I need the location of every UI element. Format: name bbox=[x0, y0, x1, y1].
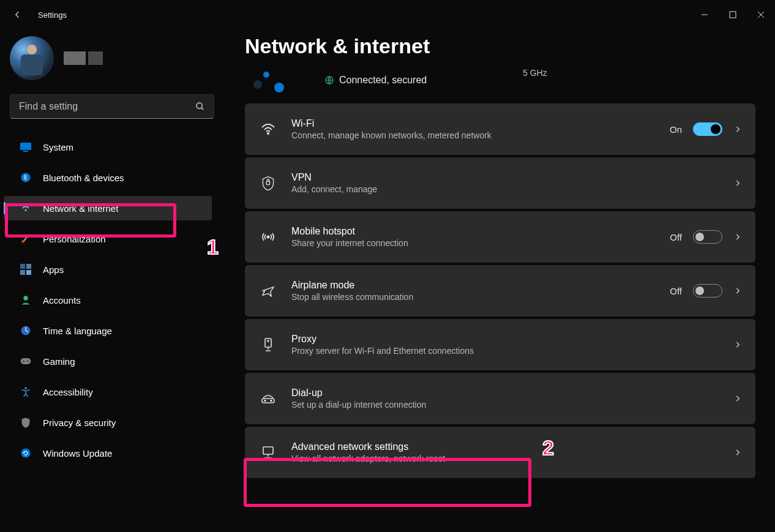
profile-name-redacted bbox=[64, 51, 103, 65]
svg-point-20 bbox=[24, 387, 27, 389]
sidebar-item-accessibility[interactable]: Accessibility bbox=[0, 380, 220, 404]
sidebar-item-privacy[interactable]: Privacy & security bbox=[0, 410, 220, 435]
maximize-button[interactable] bbox=[719, 3, 747, 26]
svg-rect-17 bbox=[21, 358, 31, 364]
sidebar-item-label: Personalization bbox=[43, 234, 106, 244]
card-dialup[interactable]: Dial-up Set up a dial-up internet connec… bbox=[245, 373, 755, 424]
search-box[interactable] bbox=[10, 94, 214, 119]
card-advanced-network[interactable]: Advanced network settings View all netwo… bbox=[245, 427, 755, 478]
toggle-state-label: Off bbox=[670, 232, 682, 242]
annotation-label-2: 2 bbox=[542, 436, 554, 460]
network-graphic bbox=[245, 68, 288, 92]
card-subtitle: View all network adapters, network reset bbox=[291, 454, 733, 463]
svg-rect-11 bbox=[20, 264, 25, 269]
sidebar-item-gaming[interactable]: Gaming bbox=[0, 349, 220, 373]
close-button[interactable] bbox=[747, 3, 775, 26]
search-wrap bbox=[0, 87, 220, 124]
status-line: 5 GHz bbox=[523, 68, 547, 78]
titlebar-left: Settings bbox=[5, 2, 67, 27]
chevron-right-icon bbox=[733, 287, 742, 295]
search-icon bbox=[195, 102, 205, 111]
sidebar-item-label: Gaming bbox=[43, 356, 75, 367]
annotation-label-1: 1 bbox=[207, 235, 219, 259]
wifi-toggle[interactable] bbox=[693, 122, 722, 136]
card-airplane[interactable]: Airplane mode Stop all wireless communic… bbox=[245, 265, 755, 317]
card-subtitle: Share your internet connection bbox=[291, 238, 670, 248]
svg-point-30 bbox=[271, 400, 272, 402]
redact-block bbox=[64, 51, 86, 65]
maximize-icon bbox=[729, 11, 736, 18]
page-title: Network & internet bbox=[245, 29, 775, 66]
minimize-icon bbox=[701, 11, 708, 18]
svg-point-8 bbox=[21, 173, 31, 182]
person-icon bbox=[20, 294, 31, 305]
card-subtitle: Proxy server for Wi-Fi and Ethernet conn… bbox=[291, 346, 733, 356]
svg-point-21 bbox=[21, 449, 31, 458]
card-title: Proxy bbox=[291, 334, 733, 345]
sidebar-item-label: Accessibility bbox=[43, 387, 93, 397]
toggle-state-label: Off bbox=[670, 286, 682, 296]
svg-rect-24 bbox=[266, 181, 269, 184]
card-hotspot[interactable]: Mobile hotspot Share your internet conne… bbox=[245, 211, 755, 263]
avatar bbox=[10, 36, 54, 80]
bluetooth-icon bbox=[20, 172, 31, 183]
card-wifi[interactable]: Wi-Fi Connect, manage known networks, me… bbox=[245, 103, 755, 155]
hotspot-toggle[interactable] bbox=[693, 230, 722, 244]
sidebar-item-label: Time & language bbox=[43, 326, 112, 336]
svg-point-15 bbox=[23, 296, 28, 301]
sidebar-item-label: Accounts bbox=[43, 295, 81, 305]
chevron-right-icon bbox=[733, 340, 742, 349]
hotspot-icon bbox=[261, 231, 275, 243]
toggle-state-label: On bbox=[670, 124, 682, 135]
svg-line-5 bbox=[201, 108, 203, 110]
card-vpn[interactable]: VPN Add, connect, manage bbox=[245, 157, 755, 209]
arrow-left-icon bbox=[12, 9, 23, 20]
update-icon bbox=[20, 448, 31, 459]
svg-rect-14 bbox=[26, 270, 31, 275]
accessibility-icon bbox=[20, 386, 31, 397]
sidebar-item-apps[interactable]: Apps bbox=[0, 257, 220, 282]
minimize-button[interactable] bbox=[691, 3, 719, 26]
sidebar-item-update[interactable]: Windows Update bbox=[0, 441, 220, 465]
svg-rect-7 bbox=[23, 151, 28, 152]
brush-icon bbox=[20, 233, 31, 244]
svg-rect-1 bbox=[730, 12, 736, 18]
card-title: Airplane mode bbox=[291, 280, 670, 291]
gamepad-icon bbox=[20, 357, 32, 365]
svg-point-4 bbox=[197, 103, 202, 108]
proxy-icon bbox=[262, 337, 274, 352]
profile-block[interactable] bbox=[0, 34, 220, 87]
airplane-toggle[interactable] bbox=[693, 284, 722, 298]
window-controls bbox=[691, 3, 775, 26]
status-row: Connected, secured 5 GHz bbox=[245, 66, 775, 103]
sidebar-item-time[interactable]: Time & language bbox=[0, 318, 220, 343]
settings-card-list: Wi-Fi Connect, manage known networks, me… bbox=[245, 103, 755, 478]
connection-status: Connected, secured bbox=[324, 75, 427, 86]
globe-icon bbox=[324, 75, 334, 85]
status-left: Connected, secured bbox=[245, 68, 427, 92]
airplane-icon bbox=[261, 284, 275, 298]
sidebar-item-personalization[interactable]: Personalization bbox=[0, 227, 220, 251]
back-button[interactable] bbox=[5, 2, 29, 27]
chevron-right-icon bbox=[733, 179, 742, 187]
search-input[interactable] bbox=[19, 101, 184, 112]
shield-icon bbox=[21, 417, 31, 428]
svg-point-19 bbox=[27, 361, 29, 362]
card-subtitle: Add, connect, manage bbox=[291, 184, 733, 194]
sidebar-item-bluetooth[interactable]: Bluetooth & devices bbox=[0, 165, 220, 190]
svg-point-18 bbox=[23, 361, 24, 362]
status-network-type: 5 GHz bbox=[523, 68, 547, 78]
sidebar-item-system[interactable]: System bbox=[0, 135, 220, 159]
svg-point-23 bbox=[268, 133, 269, 134]
connection-text: Connected, secured bbox=[339, 75, 427, 86]
svg-rect-6 bbox=[20, 143, 31, 150]
sidebar-item-network[interactable]: Network & internet bbox=[4, 196, 212, 220]
sidebar-item-label: Windows Update bbox=[43, 448, 112, 459]
sidebar-item-label: Network & internet bbox=[43, 203, 118, 214]
vpn-shield-icon bbox=[261, 176, 275, 190]
display-icon bbox=[20, 142, 32, 152]
chevron-right-icon bbox=[733, 125, 742, 133]
sidebar-item-accounts[interactable]: Accounts bbox=[0, 288, 220, 312]
card-proxy[interactable]: Proxy Proxy server for Wi-Fi and Etherne… bbox=[245, 319, 755, 370]
apps-icon bbox=[20, 264, 31, 275]
